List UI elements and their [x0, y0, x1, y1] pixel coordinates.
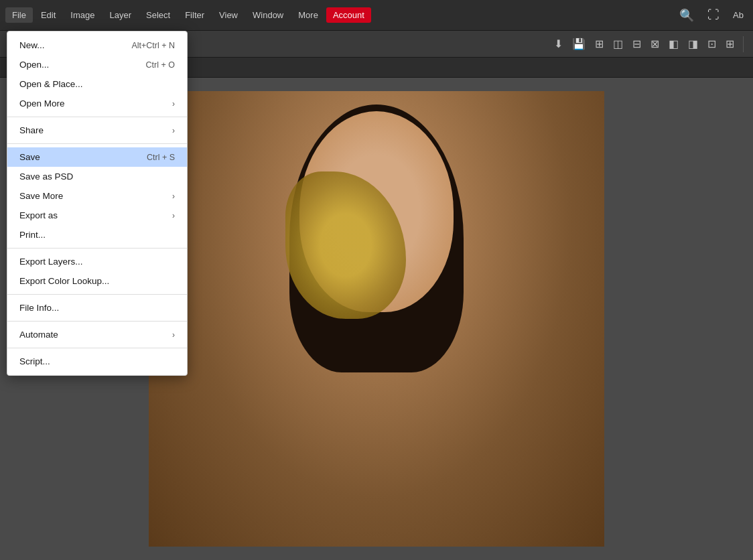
- menu-item-save_more[interactable]: Save More›: [7, 186, 187, 206]
- menu-item-arrow-automate: ›: [172, 330, 175, 340]
- search-icon[interactable]: 🔍: [675, 5, 698, 25]
- arrange-icon-7[interactable]: ⊡: [704, 36, 720, 52]
- menubar: File Edit Image Layer Select Filter View…: [0, 0, 753, 31]
- menu-item-label-automate: Automate: [19, 330, 172, 340]
- menubar-more[interactable]: More: [291, 7, 325, 23]
- menu-item-label-share: Share: [19, 125, 172, 135]
- menu-item-label-open: Open...: [19, 60, 146, 70]
- menu-item-save_psd[interactable]: Save as PSD: [7, 167, 187, 186]
- menu-item-arrow-save_more: ›: [172, 192, 175, 201]
- menu-separator-after-export_color_lookup: [7, 294, 187, 295]
- menu-item-open_place[interactable]: Open & Place...: [7, 74, 187, 94]
- menu-separator-after-open_more: [7, 117, 187, 117]
- save-disk-icon[interactable]: 💾: [569, 36, 589, 52]
- menu-item-label-print: Print...: [19, 230, 175, 240]
- menubar-layer[interactable]: Layer: [103, 7, 139, 23]
- menu-item-arrow-export_as: ›: [172, 211, 175, 220]
- menu-item-shortcut-save: Ctrl + S: [147, 153, 175, 162]
- menubar-image[interactable]: Image: [64, 7, 101, 23]
- menu-item-label-file_info: File Info...: [19, 303, 175, 313]
- menu-item-label-script: Script...: [19, 356, 175, 366]
- ab-label: Ab: [729, 7, 748, 23]
- menu-separator-after-file_info: [7, 321, 187, 322]
- menu-item-arrow-open_more: ›: [172, 99, 175, 109]
- menu-separator-after-automate: [7, 348, 187, 348]
- arrange-icon-2[interactable]: ◫: [610, 36, 626, 52]
- arrange-icon-6[interactable]: ◨: [685, 36, 701, 52]
- download-icon[interactable]: ⬇: [551, 36, 566, 52]
- portrait-background: [149, 91, 604, 547]
- menu-item-export_color_lookup[interactable]: Export Color Lookup...: [7, 271, 187, 291]
- menubar-right-tools: 🔍 ⛶ Ab: [675, 5, 748, 25]
- menu-item-shortcut-new: Alt+Ctrl + N: [131, 41, 175, 50]
- menubar-edit[interactable]: Edit: [34, 7, 62, 23]
- menu-separator-after-print: [7, 248, 187, 249]
- menu-item-label-export_color_lookup: Export Color Lookup...: [19, 276, 175, 286]
- menu-item-open[interactable]: Open...Ctrl + O: [7, 55, 187, 74]
- toolbar-separator: [743, 36, 744, 52]
- arrange-icon-4[interactable]: ⊠: [647, 36, 663, 52]
- menu-item-file_info[interactable]: File Info...: [7, 298, 187, 318]
- menu-item-label-save_more: Save More: [19, 191, 172, 201]
- menu-item-label-open_place: Open & Place...: [19, 79, 175, 89]
- menu-item-open_more[interactable]: Open More›: [7, 94, 187, 113]
- menu-item-script[interactable]: Script...: [7, 352, 187, 371]
- menu-item-label-save: Save: [19, 152, 147, 162]
- menu-item-save[interactable]: SaveCtrl + S: [7, 147, 187, 167]
- fullscreen-icon[interactable]: ⛶: [703, 5, 724, 25]
- menu-item-share[interactable]: Share›: [7, 121, 187, 140]
- menu-item-label-export_as: Export as: [19, 210, 172, 220]
- menu-item-arrow-share: ›: [172, 126, 175, 135]
- menu-item-new[interactable]: New...Alt+Ctrl + N: [7, 36, 187, 55]
- menu-item-automate[interactable]: Automate›: [7, 325, 187, 344]
- arrange-icon-1[interactable]: ⊞: [592, 36, 607, 52]
- menu-item-export_layers[interactable]: Export Layers...: [7, 252, 187, 271]
- menu-item-shortcut-open: Ctrl + O: [146, 60, 175, 70]
- arrange-icon-8[interactable]: ⊞: [722, 36, 738, 52]
- menubar-account[interactable]: Account: [326, 7, 371, 23]
- menu-item-label-save_psd: Save as PSD: [19, 171, 175, 182]
- canvas-image: [149, 91, 604, 547]
- arrange-icon-3[interactable]: ⊟: [629, 36, 644, 52]
- menu-item-print[interactable]: Print...: [7, 225, 187, 244]
- menubar-select[interactable]: Select: [139, 7, 177, 23]
- menubar-window[interactable]: Window: [246, 7, 290, 23]
- menubar-view[interactable]: View: [212, 7, 245, 23]
- menu-item-label-export_layers: Export Layers...: [19, 257, 175, 267]
- menu-item-export_as[interactable]: Export as›: [7, 206, 187, 225]
- menubar-filter[interactable]: Filter: [178, 7, 211, 23]
- menu-item-label-new: New...: [19, 40, 131, 50]
- menubar-file[interactable]: File: [5, 7, 33, 23]
- menu-item-label-open_more: Open More: [19, 98, 172, 109]
- menu-separator-after-share: [7, 143, 187, 144]
- arrange-icon-5[interactable]: ◧: [665, 36, 682, 52]
- toolbar-action-icons: ⬇ 💾 ⊞ ◫ ⊟ ⊠ ◧ ◨ ⊡ ⊞: [551, 36, 746, 52]
- file-dropdown-menu: New...Alt+Ctrl + NOpen...Ctrl + OOpen & …: [7, 31, 188, 376]
